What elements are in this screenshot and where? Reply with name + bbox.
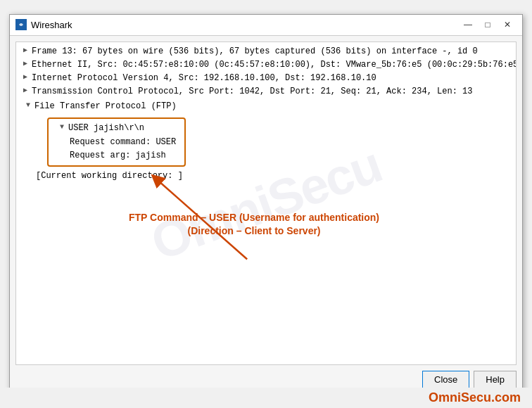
- brand-omni: Omni: [429, 390, 461, 404]
- window-controls: — □ ✕: [459, 18, 517, 32]
- packet-row-tcp-text: Transmission Control Protocol, Src Port:…: [32, 85, 473, 98]
- packet-row-ip[interactable]: ▶ Internet Protocol Version 4, Src: 192.…: [18, 72, 514, 85]
- expand-arrow-ip: ▶: [20, 72, 30, 83]
- content-area: OmniSecu ▶ Frame 13: 67 bytes on wire (5…: [15, 42, 517, 365]
- ftp-header-row[interactable]: ▼ File Transfer Protocol (FTP): [20, 100, 512, 113]
- expand-arrow-frame: ▶: [20, 45, 30, 56]
- annotation-line2: (Direction – Client to Server): [129, 224, 379, 238]
- ftp-req-cmd-row: Request command: USER: [67, 136, 179, 149]
- ftp-req-arg-text: Request arg: jajish: [70, 149, 166, 162]
- ftp-user-text: USER jajish\r\n: [68, 122, 144, 135]
- expand-arrow-tcp: ▶: [20, 85, 30, 96]
- packet-detail: ▶ Frame 13: 67 bytes on wire (536 bits),…: [16, 42, 516, 188]
- expand-arrow-user: ▼: [57, 122, 67, 133]
- ftp-current-dir-text: [Current working directory: ]: [36, 170, 183, 183]
- ftp-user-row[interactable]: ▼ USER jajish\r\n: [54, 122, 179, 135]
- packet-row-ethernet-text: Ethernet II, Src: 0c:45:57:e8:10:00 (0c:…: [32, 58, 517, 72]
- title-bar: Wireshark — □ ✕: [10, 15, 522, 36]
- ftp-expanded-box: ▼ USER jajish\r\n Request command: USER …: [47, 117, 186, 167]
- packet-row-ethernet[interactable]: ▶ Ethernet II, Src: 0c:45:57:e8:10:00 (0…: [18, 58, 514, 72]
- packet-row-ip-text: Internet Protocol Version 4, Src: 192.16…: [32, 72, 376, 85]
- wireshark-icon: [15, 19, 27, 30]
- minimize-button[interactable]: —: [459, 18, 477, 32]
- ftp-req-arg-row: Request arg: jajish: [67, 149, 179, 162]
- window-title: Wireshark: [31, 20, 72, 30]
- bottom-brand-bar: OmniSecu.com: [0, 388, 532, 408]
- ftp-header-text: File Transfer Protocol (FTP): [34, 100, 177, 113]
- packet-row-frame-text: Frame 13: 67 bytes on wire (536 bits), 6…: [32, 45, 478, 58]
- help-button[interactable]: Help: [474, 371, 517, 388]
- ftp-current-dir-row: [Current working directory: ]: [33, 170, 512, 183]
- expand-arrow-ethernet: ▶: [20, 58, 30, 70]
- maximize-button[interactable]: □: [479, 18, 497, 32]
- annotation-area: FTP Command – USER (Username for authent…: [129, 211, 379, 238]
- packet-row-frame[interactable]: ▶ Frame 13: 67 bytes on wire (536 bits),…: [18, 45, 514, 58]
- close-button[interactable]: Close: [422, 371, 469, 388]
- brand-secu: Secu: [461, 390, 491, 404]
- packet-row-tcp[interactable]: ▶ Transmission Control Protocol, Src Por…: [18, 85, 514, 98]
- brand-text: OmniSecu.com: [429, 390, 521, 404]
- title-bar-left: Wireshark: [15, 19, 72, 30]
- wireshark-window: Wireshark — □ ✕ OmniSecu ▶ Frame 13: 67 …: [9, 14, 523, 395]
- ftp-req-cmd-text: Request command: USER: [70, 136, 176, 149]
- brand-suffix: .com: [491, 390, 521, 404]
- expand-arrow-ftp: ▼: [23, 100, 33, 111]
- ftp-section: ▼ File Transfer Protocol (FTP) ▼ USER ja…: [18, 98, 514, 184]
- annotation-line1: FTP Command – USER (Username for authent…: [129, 211, 379, 225]
- window-close-button[interactable]: ✕: [498, 18, 517, 32]
